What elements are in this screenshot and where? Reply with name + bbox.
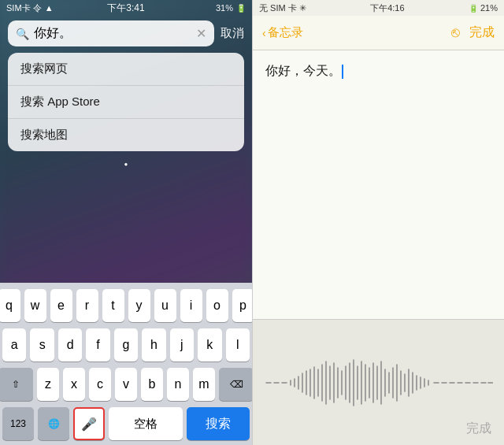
key-d[interactable]: d — [58, 328, 82, 362]
key-shift[interactable]: ⇧ — [0, 368, 33, 401]
key-y[interactable]: y — [128, 289, 150, 322]
key-s[interactable]: s — [30, 328, 54, 362]
status-bar-left: SIM卡 令 ▲ 下午3:41 31% 🔋 — [0, 0, 252, 16]
key-z[interactable]: z — [37, 368, 59, 401]
note-text: 你好，今天。 — [265, 64, 341, 77]
key-t[interactable]: t — [102, 289, 124, 322]
search-input-text[interactable]: 你好。 — [34, 25, 191, 42]
search-input-wrap[interactable]: 🔍 你好。 ✕ — [8, 20, 214, 46]
wifi-icon: ▲ — [45, 3, 54, 13]
key-h[interactable]: h — [142, 328, 165, 362]
done-button[interactable]: 完成 — [469, 24, 495, 41]
battery-icon-right: 🔋 — [469, 4, 478, 13]
key-v[interactable]: v — [115, 368, 137, 401]
key-numbers[interactable]: 123 — [2, 407, 34, 440]
key-a[interactable]: a — [2, 328, 26, 362]
signal-icon: ✳ — [299, 3, 306, 13]
key-n[interactable]: n — [167, 368, 189, 401]
waveform-container — [253, 351, 504, 414]
key-w[interactable]: w — [24, 289, 46, 322]
text-cursor — [342, 65, 343, 79]
search-suggestions: 搜索网页 搜索 App Store 搜索地图 — [8, 53, 244, 151]
key-i[interactable]: i — [180, 289, 202, 322]
time-right: 下午4:16 — [370, 2, 404, 14]
waveform-svg — [265, 355, 493, 410]
carrier-text: SIM卡 令 — [6, 2, 42, 14]
battery-percent-right: 21% — [480, 3, 498, 13]
key-b[interactable]: b — [141, 368, 163, 401]
cancel-button[interactable]: 取消 — [220, 26, 244, 41]
battery-icon-left: 🔋 — [236, 4, 246, 13]
key-l[interactable]: l — [226, 328, 250, 362]
share-icon[interactable]: ⎋ — [451, 24, 460, 41]
keyboard-row-3: ⇧ z x c v b n m ⌫ — [2, 368, 250, 401]
key-o[interactable]: o — [206, 289, 228, 322]
key-e[interactable]: e — [50, 289, 72, 322]
header-actions: ⎋ 完成 — [451, 24, 495, 41]
keyboard-row-1: q w e r t y u i o p — [2, 289, 250, 322]
key-q[interactable]: q — [0, 289, 20, 322]
back-label[interactable]: 备忘录 — [268, 25, 303, 40]
key-f[interactable]: f — [86, 328, 109, 362]
suggestion-maps[interactable]: 搜索地图 — [8, 119, 244, 151]
back-button[interactable]: ‹ 备忘录 — [262, 25, 303, 40]
battery-right: 🔋 21% — [469, 3, 498, 13]
chevron-left-icon: ‹ — [262, 27, 266, 39]
key-globe[interactable]: 🌐 — [38, 407, 69, 440]
key-p[interactable]: p — [232, 289, 253, 322]
key-j[interactable]: j — [170, 328, 194, 362]
key-backspace[interactable]: ⌫ — [219, 368, 252, 401]
notes-header: ‹ 备忘录 ⎋ 完成 — [253, 16, 504, 50]
time-left: 下午3:41 — [107, 2, 144, 15]
key-k[interactable]: k — [198, 328, 221, 362]
search-bar[interactable]: 🔍 你好。 ✕ 取消 — [8, 20, 244, 46]
notes-content[interactable]: 你好，今天。 — [253, 50, 504, 319]
key-space[interactable]: 空格 — [109, 407, 183, 440]
key-search[interactable]: 搜索 — [187, 407, 250, 440]
battery-left: 31% 🔋 — [216, 3, 246, 13]
key-r[interactable]: r — [76, 289, 98, 322]
battery-percent-left: 31% — [216, 3, 233, 13]
key-x[interactable]: x — [63, 368, 85, 401]
carrier-right: 无 SIM 卡 ✳ — [259, 2, 306, 14]
right-panel: 无 SIM 卡 ✳ 下午4:16 🔋 21% ‹ 备忘录 ⎋ 完成 你好，今天。 — [253, 0, 504, 445]
key-u[interactable]: u — [154, 289, 176, 322]
status-bar-right: 无 SIM 卡 ✳ 下午4:16 🔋 21% — [253, 0, 504, 16]
left-panel: SIM卡 令 ▲ 下午3:41 31% 🔋 🔍 你好。 ✕ 取消 搜索网页 搜索… — [0, 0, 252, 445]
key-mic[interactable]: 🎤 — [73, 407, 105, 440]
suggestion-web[interactable]: 搜索网页 — [8, 53, 244, 86]
carrier-info: SIM卡 令 ▲ — [6, 2, 54, 14]
keyboard-row-4: 123 🌐 🎤 空格 搜索 — [2, 407, 250, 440]
carrier-text-right: 无 SIM 卡 — [259, 3, 297, 13]
search-icon: 🔍 — [16, 28, 29, 40]
dot-indicator: ● — [0, 161, 252, 168]
keyboard[interactable]: q w e r t y u i o p a s d f g h j k l ⇧ … — [0, 283, 252, 445]
voice-area: 完成 — [253, 319, 504, 445]
keyboard-row-2: a s d f g h j k l — [2, 328, 250, 362]
suggestion-appstore[interactable]: 搜索 App Store — [8, 86, 244, 119]
key-c[interactable]: c — [89, 368, 111, 401]
voice-done-label[interactable]: 完成 — [466, 421, 491, 437]
key-g[interactable]: g — [114, 328, 138, 362]
clear-icon[interactable]: ✕ — [196, 26, 206, 41]
key-m[interactable]: m — [193, 368, 215, 401]
